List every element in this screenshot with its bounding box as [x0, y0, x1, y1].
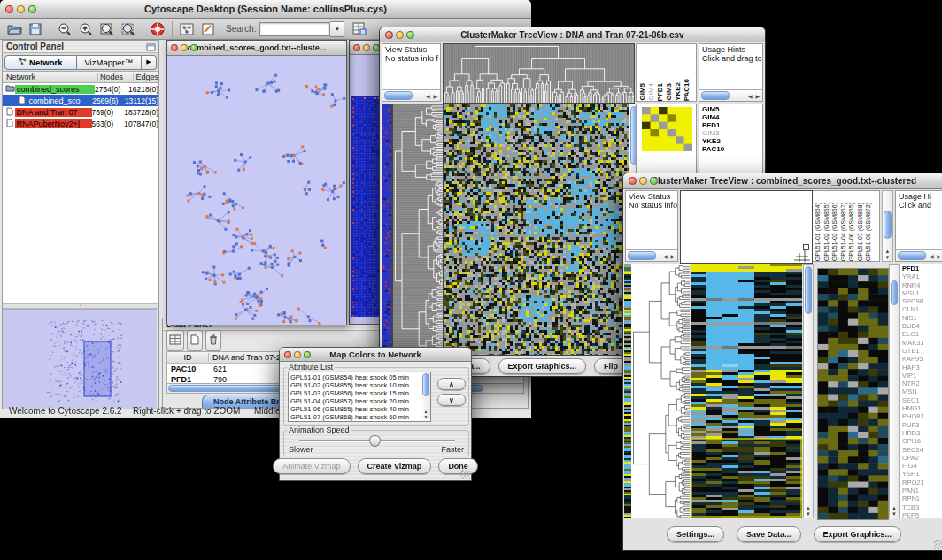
tv2-gene-item[interactable]: CLN1	[902, 305, 942, 313]
delete-attribute-icon[interactable]	[205, 330, 221, 351]
resize-grip[interactable]	[934, 540, 942, 549]
tv1-row-dendrogram[interactable]	[392, 104, 444, 356]
attribute-list-item[interactable]: GPL51-07 (GSM868) heat shock 60 min	[290, 413, 430, 421]
tv2-gene-item[interactable]: NIS1	[902, 314, 942, 322]
dialog-done-button[interactable]: Done	[438, 458, 478, 474]
tv2-column-label[interactable]: GPL51-08 (GSM872)	[865, 203, 874, 261]
close-button[interactable]	[5, 5, 13, 13]
tv1-column-label[interactable]: PAC10	[683, 79, 691, 101]
tv1-similarity-matrix[interactable]	[642, 107, 692, 151]
tv1-export-graphics-button[interactable]: Export Graphics...	[498, 358, 587, 374]
tv2-zoom-scrollbar[interactable]: ▲▼	[889, 264, 900, 518]
tv2-gene-item[interactable]: NTR2	[902, 380, 942, 387]
tv2-zoom-heatmap[interactable]	[817, 268, 889, 520]
zoom-button[interactable]	[304, 351, 311, 358]
tv2-gene-item[interactable]: MSL1	[902, 289, 942, 297]
tv2-column-label[interactable]: GPL51-04 (GSM857)	[840, 203, 849, 261]
col-header-network[interactable]: Network	[3, 73, 97, 81]
zoom-out-icon[interactable]	[55, 20, 74, 37]
network-list-row[interactable]: combined_sco2569(6)13112(15)	[3, 95, 158, 106]
tv1-gene-item[interactable]: GIM4	[702, 113, 762, 121]
tv2-column-label[interactable]: GPL51-02 (GSM855)	[823, 203, 832, 261]
tv2-gene-item[interactable]: GPI16	[902, 437, 942, 445]
attribute-list-item[interactable]: GPL51-06 (GSM865) heat shock 40 min	[290, 405, 430, 413]
network-view-titlebar[interactable]: combined_scores_good.txt--cluste...	[167, 41, 346, 56]
col-header-edges[interactable]: Edges	[133, 73, 158, 81]
tv1-column-label[interactable]: PFD1	[656, 83, 665, 101]
dp-col-id[interactable]: ID	[167, 353, 209, 362]
tv1-column-label[interactable]: GIM3	[665, 83, 674, 101]
tv2-gene-item[interactable]: GTB1	[902, 347, 942, 355]
save-icon[interactable]	[26, 20, 45, 37]
h-scrollbar[interactable]: ◀ ▶	[699, 89, 762, 101]
tv2-gene-item[interactable]: YSH1	[902, 470, 942, 478]
tv1-column-label[interactable]: GIM5	[638, 83, 647, 101]
minimize-button[interactable]	[363, 44, 370, 51]
dialog-titlebar[interactable]: Map Colors to Network	[280, 348, 471, 362]
h-scrollbar[interactable]: ◀ ▶	[896, 249, 942, 261]
tv1-gene-item[interactable]: GIM3	[702, 129, 762, 137]
minimize-button[interactable]	[294, 351, 301, 358]
tv2-gene-item[interactable]: BUD4	[902, 322, 942, 330]
select-attributes-icon[interactable]	[166, 330, 184, 351]
tv2-column-label[interactable]: GPL51-03 (GSM856)	[831, 203, 840, 261]
close-button[interactable]	[284, 351, 291, 358]
tv1-gene-item[interactable]: PAC10	[702, 145, 762, 153]
zoom-button[interactable]	[190, 44, 197, 51]
attribute-list-item[interactable]: GPL51-01 (GSM854) heat shock 05 min	[290, 373, 430, 381]
tv1-column-label[interactable]: YKE2	[674, 82, 683, 101]
treeview2-titlebar[interactable]: ClusterMaker TreeView : combined_scores_…	[623, 173, 942, 189]
tv2-gene-item[interactable]: FIG4	[902, 462, 942, 470]
close-button[interactable]	[629, 177, 637, 185]
minimize-button[interactable]	[639, 177, 647, 185]
tv2-column-dendrogram[interactable]	[680, 190, 813, 264]
tv2-gene-item[interactable]: HMG1	[902, 404, 942, 412]
help-lifering-icon[interactable]	[148, 20, 167, 37]
tab-vizmapper[interactable]: VizMapper™	[77, 55, 142, 70]
zoom-button[interactable]	[406, 31, 414, 39]
zoom-in-icon[interactable]	[76, 20, 96, 37]
tv1-gene-item[interactable]: YKE2	[702, 137, 762, 145]
tv2-gene-item[interactable]: HAP3	[902, 364, 942, 372]
network-list-row[interactable]: RNAPuberNov2+|563(0)107847(0)	[3, 118, 158, 129]
tv2-gene-item[interactable]: TCB3	[902, 503, 942, 511]
network-canvas[interactable]	[167, 56, 346, 325]
float-panel-icon[interactable]	[146, 39, 158, 55]
tv2-gene-item[interactable]: SPC98	[902, 297, 942, 305]
tv2-row-dendrogram[interactable]	[631, 264, 690, 518]
network-overview[interactable]	[3, 309, 157, 409]
tv1-gene-item[interactable]: PFD1	[702, 121, 762, 129]
tv2-column-label[interactable]: GPL51-01 (GSM854)	[815, 203, 823, 261]
close-button[interactable]	[385, 31, 393, 39]
col-header-nodes[interactable]: Nodes	[97, 73, 134, 81]
minimize-button[interactable]	[396, 31, 404, 39]
tv2-gene-item[interactable]: RPN1	[902, 495, 942, 502]
attribute-table-icon[interactable]	[350, 20, 369, 37]
tv2-gene-item[interactable]: HRD3	[902, 429, 942, 437]
tv2-gene-item[interactable]: RPO21	[902, 479, 942, 487]
move-down-button[interactable]: ∨	[437, 394, 466, 406]
treeview1-titlebar[interactable]: ClusterMaker TreeView : DNA and Tran 07-…	[380, 27, 765, 42]
h-scrollbar[interactable]: ◀ ▶	[626, 249, 677, 261]
tv2-settings-button[interactable]: Settings...	[667, 526, 724, 542]
tv1-gene-item[interactable]: GIM5	[702, 105, 762, 113]
tv2-gene-item[interactable]: SEC1	[902, 396, 942, 404]
tv2-gene-item[interactable]: CPA2	[902, 454, 942, 462]
tv2-gene-item[interactable]: MSI1	[902, 387, 942, 395]
new-attribute-icon[interactable]	[187, 330, 203, 351]
search-input[interactable]	[259, 22, 330, 36]
network-list-row[interactable]: DNA and Tran 07769(0)183728(0)	[3, 106, 158, 118]
tv2-column-label[interactable]: GPL51-07 (GSM868)	[857, 203, 866, 261]
attribute-list-item[interactable]: GPL51-03 (GSM856) heat shock 15 min	[290, 389, 430, 397]
tv2-gene-item[interactable]: PHO81	[902, 412, 942, 420]
zoom-fit-icon[interactable]	[97, 20, 117, 37]
attribute-list-scrollbar[interactable]: ▲▼	[421, 372, 430, 419]
attribute-list-item[interactable]: GPL51-04 (GSM857) heat shock 20 min	[290, 397, 430, 405]
tv1-heatmap[interactable]	[443, 104, 629, 356]
tv2-gene-item[interactable]: RNR4	[902, 281, 942, 289]
tv2-heatmap-scrollbar[interactable]: ▲▼	[803, 264, 814, 518]
move-up-button[interactable]: ∧	[437, 378, 466, 390]
tv2-gene-item[interactable]: ELG1	[902, 330, 942, 338]
tv2-gene-item[interactable]: PAN1	[902, 487, 942, 495]
tv2-labels-scrollbar[interactable]: ▲▼	[882, 190, 893, 262]
